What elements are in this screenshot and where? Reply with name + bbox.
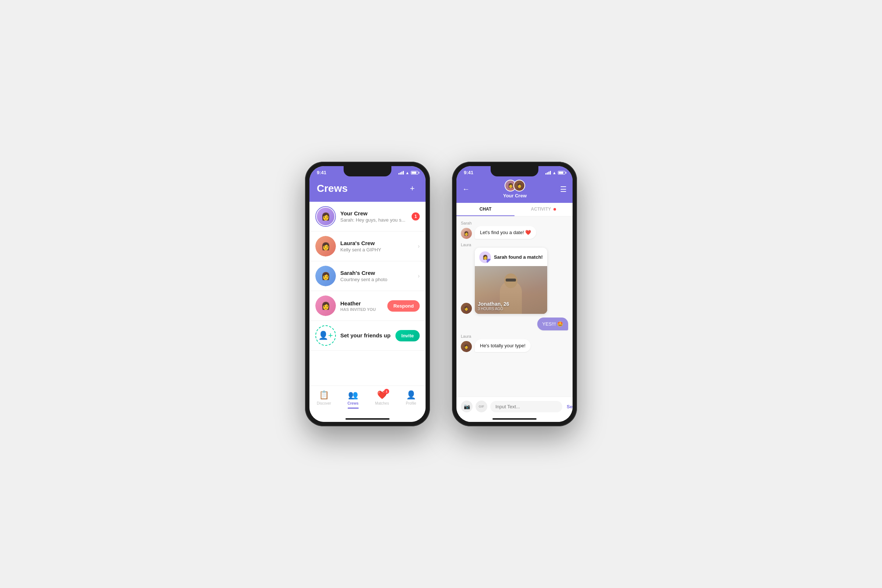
match-card-avatar: 👩 ✓ [479,251,491,263]
matches-icon: ❤️ 1 [377,390,387,400]
msg-sender-laura-2: Laura [461,334,568,339]
heather-avatar-img: 👩 [315,296,336,316]
phone-notch-2 [490,166,538,176]
add-crew-button[interactable]: + [406,183,418,194]
crew-item-your-crew[interactable]: 👩 Your Crew Sarah: Hey guys, have you s.… [309,202,426,231]
msg-bubble-sarah: Let's find you a date! ❤️ [475,226,536,239]
lauras-crew-avatar: 👩 [315,236,336,256]
phone-2-screen: 9:41 ▲ ← 👩 👩 [456,166,573,422]
status-time-1: 9:41 [317,170,326,175]
lauras-crew-preview: Kelly sent a GIPHY [340,247,415,252]
chat-messages: Sarah 👩 Let's find you a date! ❤️ Laura … [456,216,573,396]
invite-info: Set your friends up [340,332,395,339]
home-indicator-1 [309,416,426,422]
chat-text-input[interactable] [490,401,562,412]
crews-icon: 👥 [348,390,358,400]
phone-1-screen: 9:41 ▲ Crews + [309,166,426,422]
matches-badge: 1 [384,389,389,394]
match-card-header: 👩 ✓ Sarah found a match! [475,248,547,266]
invite-button[interactable]: Invite [395,330,420,341]
match-card-title: Sarah found a match! [494,254,543,260]
chat-title-area: 👩 👩 Your Crew [503,180,526,198]
msg-avatar-laura-1: 👩 [461,303,472,314]
match-time: 3 HOURS AGO [478,307,509,311]
your-crew-avatar-img: 👩 [317,208,334,225]
sarahs-crew-info: Sarah's Crew Courtney sent a photo [340,270,415,282]
nav-profile[interactable]: 👤 Profile [396,389,426,410]
your-crew-preview: Sarah: Hey guys, have you s... [340,217,412,223]
phone-1: 9:41 ▲ Crews + [305,162,430,426]
discover-label: Discover [317,401,331,405]
send-button[interactable]: Send [565,402,573,411]
chat-avatar-2: 👩 [513,180,525,192]
chat-input-bar: 📷 GIF Send [456,396,573,416]
crew-item-lauras-crew[interactable]: 👩 Laura's Crew Kelly sent a GIPHY › [309,231,426,261]
home-bar-1 [345,418,390,420]
msg-row-4: 👩 He's totally your type! [461,339,568,352]
crew-item-heather[interactable]: 👩 Heather HAS INVITED YOU Respond [309,291,426,321]
crews-label: Crews [347,401,358,405]
phone-2: 9:41 ▲ ← 👩 👩 [452,162,577,426]
message-group-1: Sarah 👩 Let's find you a date! ❤️ [461,221,568,239]
battery-icon-2 [558,171,565,175]
profile-label: Profile [406,401,416,405]
invite-name: Set your friends up [340,332,395,339]
phone-notch [344,166,392,176]
message-group-4: Laura 👩 He's totally your type! [461,334,568,352]
heather-avatar: 👩 [315,296,336,316]
sarahs-crew-preview: Courtney sent a photo [340,277,415,282]
chat-tabs: CHAT ACTIVITY [456,203,573,216]
heather-name: Heather [340,300,387,306]
your-crew-name: Your Crew [340,210,412,216]
crews-header: Crews + [309,177,426,202]
home-indicator-2 [456,416,573,422]
signal-icon-2 [545,171,551,175]
sarahs-crew-chevron: › [418,273,420,279]
gif-button[interactable]: GIF [476,400,487,412]
message-group-3: YES!!! 🤩 [461,318,568,330]
nav-crews[interactable]: 👥 Crews [339,389,368,410]
home-bar-2 [492,418,537,420]
camera-icon[interactable]: 📷 [461,400,472,412]
bottom-nav: 📋 Discover 👥 Crews ❤️ 1 Matches 👤 Profil… [309,386,426,416]
your-crew-avatar: 👩 [315,206,336,227]
crew-item-sarahs-crew[interactable]: 👩 Sarah's Crew Courtney sent a photo › [309,261,426,291]
person-plus-icon: 👤+ [318,331,333,340]
your-crew-badge: 1 [412,212,420,220]
match-name: Jonathan, 26 [478,301,509,307]
msg-row-2: 👩 👩 ✓ Sarah found a match! [461,248,568,314]
chat-group-name: Your Crew [503,193,526,198]
signal-icon [398,171,404,175]
nav-active-indicator [348,408,358,409]
chat-header: ← 👩 👩 Your Crew ☰ [456,177,573,203]
nav-matches[interactable]: ❤️ 1 Matches [368,389,396,410]
heather-preview: HAS INVITED YOU [340,307,387,312]
match-card-info: Jonathan, 26 3 HOURS AGO [478,301,509,311]
tab-chat[interactable]: CHAT [456,203,514,216]
invite-avatar-icon: 👤+ [315,325,336,346]
match-card: 👩 ✓ Sarah found a match! [475,248,547,314]
message-group-2: Laura 👩 👩 ✓ Sarah found a match! [461,243,568,314]
sarahs-crew-avatar: 👩 [315,266,336,286]
invite-item[interactable]: 👤+ Set your friends up Invite [309,321,426,351]
crews-title: Crews [317,183,348,194]
respond-button[interactable]: Respond [387,300,420,312]
lauras-crew-chevron: › [418,243,420,249]
matches-label: Matches [375,401,389,405]
lauras-crew-name: Laura's Crew [340,240,415,246]
match-card-image: Jonathan, 26 3 HOURS AGO [475,266,547,314]
msg-sender-laura-1: Laura [461,243,568,247]
lauras-crew-avatar-img: 👩 [315,236,336,256]
msg-sender-sarah: Sarah [461,221,568,225]
back-button[interactable]: ← [462,185,470,193]
msg-row-1: 👩 Let's find you a date! ❤️ [461,226,568,239]
nav-discover[interactable]: 📋 Discover [309,389,339,410]
sarahs-crew-avatar-img: 👩 [315,266,336,286]
heather-info: Heather HAS INVITED YOU [340,300,387,312]
crew-list: 👩 Your Crew Sarah: Hey guys, have you s.… [309,202,426,386]
tab-activity[interactable]: ACTIVITY [514,203,573,216]
status-icons-2: ▲ [545,171,565,175]
chat-menu-button[interactable]: ☰ [560,185,567,194]
wifi-icon-2: ▲ [552,171,556,175]
profile-icon: 👤 [406,390,416,400]
